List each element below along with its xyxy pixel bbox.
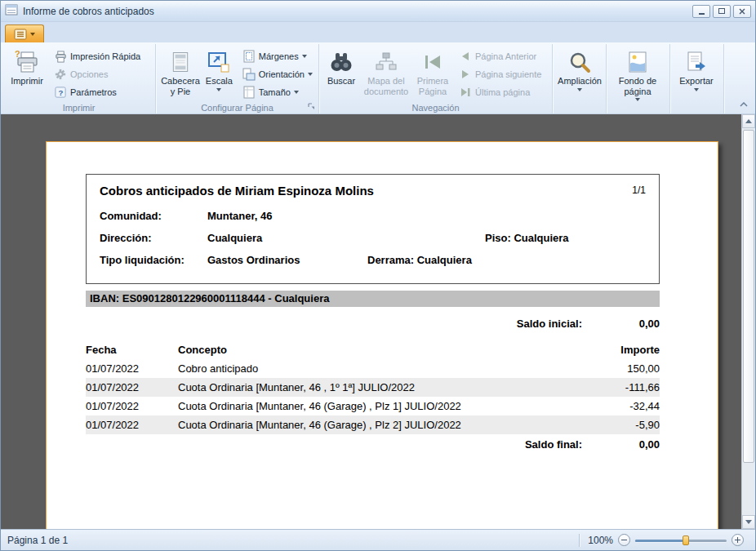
report-page: Cobros anticipados de Miriam Espinoza Mo…: [46, 141, 718, 529]
direccion-label: Dirección:: [100, 232, 152, 244]
direccion-value: Cualquiera: [207, 232, 262, 244]
chevron-down-icon: [635, 98, 640, 101]
document-map-label: Mapa del documento: [362, 76, 411, 96]
report-title: Cobros anticipados de Miriam Espinoza Mo…: [100, 184, 374, 198]
magnifier-icon: [568, 50, 591, 74]
document-map-button: Mapa del documento: [360, 47, 412, 100]
saldo-final-value: 0,00: [582, 438, 660, 451]
cell-fecha: 01/07/2022: [86, 381, 178, 393]
ribbon-group-exportar: Exportar: [670, 44, 724, 113]
header-footer-label: Cabecera y Pie: [161, 76, 200, 96]
page-background-label: Fondo de página: [611, 76, 664, 96]
document-map-icon: [375, 50, 398, 74]
scrollbar-thumb[interactable]: [743, 130, 754, 463]
size-label: Tamaño: [259, 87, 291, 97]
chevron-down-icon: [302, 55, 307, 58]
cell-fecha: 01/07/2022: [86, 362, 178, 375]
svg-text:?: ?: [58, 88, 63, 97]
table-row: 01/07/2022 Cuota Ordinaria [Muntaner, 46…: [86, 378, 660, 397]
quick-print-button[interactable]: Impresión Rápida: [51, 47, 144, 65]
column-header-concepto: Concepto: [178, 344, 582, 356]
ribbon-group-fondo: Fondo de página: [607, 44, 670, 113]
print-preview-window: Informe de cobros anticipados ? Imprimir: [0, 0, 756, 551]
next-page-label: Página siguiente: [475, 69, 541, 79]
zoom-slider[interactable]: [635, 535, 727, 546]
cell-fecha: 01/07/2022: [86, 400, 178, 412]
page-viewport[interactable]: Cobros anticipados de Miriam Espinoza Mo…: [1, 114, 741, 529]
minimize-button[interactable]: [692, 5, 710, 18]
orientation-icon: [242, 68, 256, 81]
statusbar-separator: [579, 534, 580, 547]
scale-button[interactable]: Escala: [202, 47, 237, 100]
ribbon: ? Imprimir Impresión Rápida Opciones: [1, 42, 755, 114]
titlebar: Informe de cobros anticipados: [1, 1, 755, 22]
report-table: Fecha Concepto Importe 01/07/2022 Cobro …: [86, 340, 660, 434]
scrollbar-track[interactable]: [742, 128, 755, 515]
quick-print-icon: [54, 50, 67, 63]
orientation-button[interactable]: Orientación: [239, 65, 316, 83]
chevron-down-icon: [216, 88, 221, 91]
zoom-in-button[interactable]: [732, 534, 744, 546]
page-indicator: Página 1 de 1: [7, 535, 571, 546]
parameters-label: Parámetros: [70, 87, 117, 97]
next-page-button: Página siguiente: [456, 65, 545, 83]
collapse-ribbon-button[interactable]: [736, 99, 751, 110]
derrama-value: Derrama: Cualquiera: [367, 254, 472, 266]
close-button[interactable]: [733, 5, 751, 18]
margins-label: Márgenes: [259, 51, 299, 61]
cell-concepto: Cuota Ordinaria [Muntaner, 46 (Garage) ,…: [178, 419, 582, 431]
scroll-up-button[interactable]: [742, 114, 755, 128]
margins-icon: [242, 50, 256, 63]
table-row: 01/07/2022 Cobro anticipado 150,00: [86, 359, 660, 378]
tipo-value: Gastos Ordinarios: [207, 254, 300, 266]
report-window-icon: [5, 4, 18, 19]
header-footer-button[interactable]: Cabecera y Pie: [159, 47, 202, 100]
zoom-slider-fill: [635, 540, 683, 542]
first-page-icon: [422, 50, 443, 74]
vertical-scrollbar[interactable]: [741, 114, 755, 529]
report-header-box: Cobros anticipados de Miriam Espinoza Mo…: [86, 174, 660, 284]
zoom-slider-thumb[interactable]: [683, 535, 689, 545]
margins-button[interactable]: Márgenes: [239, 47, 316, 65]
table-row: 01/07/2022 Cuota Ordinaria [Muntaner, 46…: [86, 397, 660, 415]
zoom-button[interactable]: Ampliación: [556, 47, 603, 100]
zoom-button-label: Ampliación: [558, 76, 602, 87]
scroll-down-button[interactable]: [742, 515, 755, 529]
search-label: Buscar: [327, 76, 355, 87]
zoom-out-button[interactable]: [618, 534, 630, 546]
export-button[interactable]: Exportar: [674, 47, 719, 100]
gear-icon: [54, 68, 67, 81]
previous-page-icon: [459, 50, 472, 63]
maximize-button[interactable]: [713, 5, 731, 18]
binoculars-icon: [329, 50, 354, 74]
size-button[interactable]: Tamaño: [239, 83, 316, 101]
parameters-button[interactable]: ? Parámetros: [51, 83, 144, 101]
search-button[interactable]: Buscar: [322, 47, 360, 100]
chevron-down-icon: [294, 91, 299, 94]
options-button: Opciones: [51, 65, 144, 83]
last-page-icon: [459, 86, 472, 99]
chevron-down-icon: [577, 88, 582, 91]
report-field-comunidad: Comunidad: Muntaner, 46: [100, 207, 646, 229]
print-button[interactable]: ? Imprimir: [6, 47, 48, 100]
chevron-down-icon: [30, 33, 35, 36]
group-label-imprimir: Imprimir: [2, 103, 155, 113]
scale-icon: [207, 50, 230, 74]
column-header-fecha: Fecha: [86, 344, 178, 356]
export-icon: [686, 50, 707, 74]
close-icon: [739, 8, 745, 15]
export-label: Exportar: [679, 76, 714, 87]
page-setup-dialog-launcher[interactable]: [306, 101, 317, 112]
cell-importe: -111,66: [582, 381, 660, 393]
cell-importe: 150,00: [582, 362, 660, 375]
cell-concepto: Cobro anticipado: [178, 362, 582, 375]
cell-importe: -32,44: [582, 400, 660, 412]
app-menu-button[interactable]: [5, 24, 44, 42]
maximize-icon: [718, 8, 725, 14]
ribbon-group-imprimir: ? Imprimir Impresión Rápida Opciones: [2, 44, 156, 113]
last-page-label: Última página: [475, 87, 530, 97]
document-preview-area: Cobros anticipados de Miriam Espinoza Mo…: [1, 114, 755, 529]
orientation-label: Orientación: [259, 69, 305, 79]
last-page-button: Última página: [456, 83, 545, 101]
page-background-button[interactable]: Fondo de página: [610, 47, 665, 100]
